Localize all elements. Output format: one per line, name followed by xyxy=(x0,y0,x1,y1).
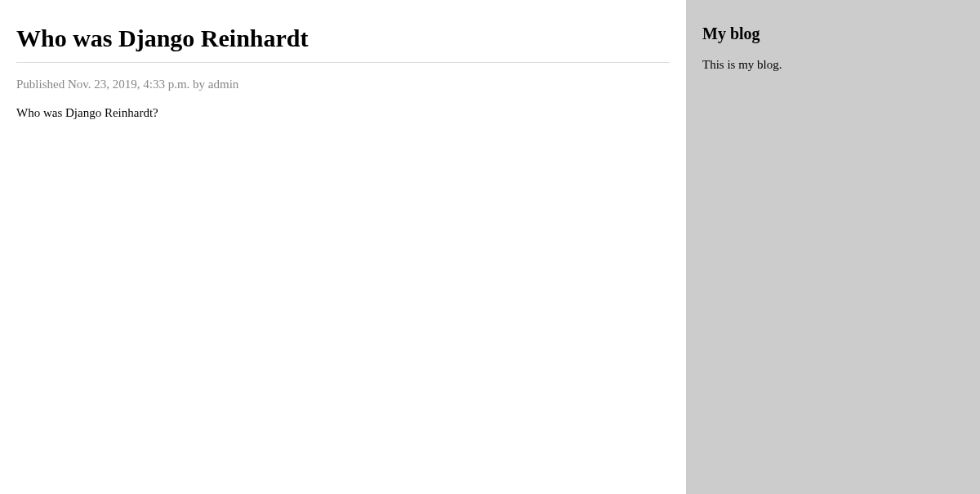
sidebar: My blog This is my blog. xyxy=(686,0,980,494)
sidebar-title: My blog xyxy=(702,24,964,43)
main-content: Who was Django Reinhardt Published Nov. … xyxy=(0,0,686,494)
post-title: Who was Django Reinhardt xyxy=(16,24,670,52)
post-body: Who was Django Reinhardt? xyxy=(16,106,670,120)
sidebar-text: This is my blog. xyxy=(702,58,964,72)
post-meta: Published Nov. 23, 2019, 4:33 p.m. by ad… xyxy=(16,78,670,91)
title-divider xyxy=(16,62,670,63)
